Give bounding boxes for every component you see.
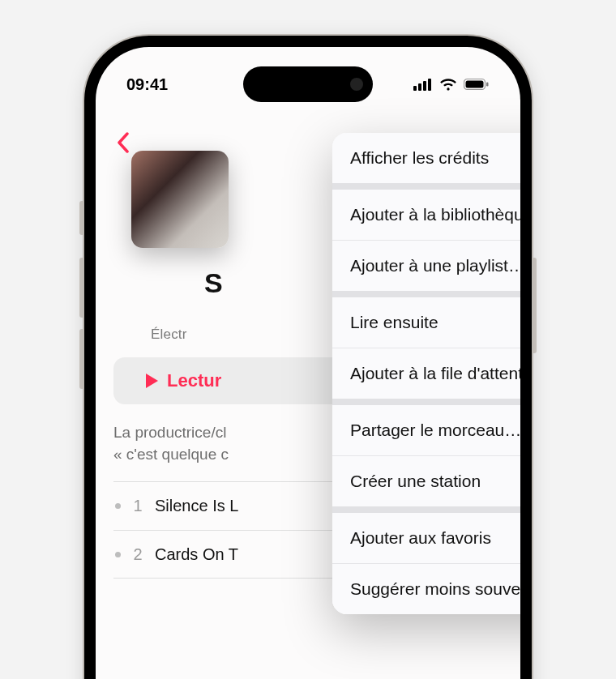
- svg-rect-2: [423, 81, 426, 91]
- status-dot-icon: [115, 552, 121, 557]
- svg-rect-1: [418, 83, 421, 91]
- menu-view-credits[interactable]: Afficher les crédits: [332, 133, 520, 183]
- svg-rect-3: [428, 79, 431, 91]
- menu-add-playlist[interactable]: Ajouter à une playlist…: [332, 240, 520, 291]
- menu-label: Ajouter à la bibliothèque: [350, 205, 520, 224]
- menu-add-favorite[interactable]: Ajouter aux favoris: [332, 513, 520, 563]
- track-title: Cards On T: [155, 545, 238, 564]
- play-label: Lectur: [167, 370, 221, 391]
- svg-rect-6: [486, 83, 489, 87]
- track-title: Silence Is L: [155, 497, 238, 515]
- menu-separator: [332, 399, 520, 405]
- track-number: 2: [132, 545, 143, 564]
- context-menu: Afficher les crédits Ajouter à la biblio…: [332, 133, 520, 614]
- wifi-icon: [439, 78, 457, 91]
- menu-suggest-less[interactable]: Suggérer moins souvent: [332, 563, 520, 614]
- status-time: 09:41: [126, 75, 168, 94]
- menu-label: Ajouter aux favoris: [350, 528, 491, 548]
- back-button[interactable]: [107, 126, 139, 159]
- menu-add-queue[interactable]: Ajouter à la file d'attente: [332, 348, 520, 399]
- play-icon: [144, 373, 159, 389]
- battery-icon: [464, 78, 490, 91]
- menu-separator: [332, 291, 520, 297]
- status-bar: 09:41: [96, 68, 520, 100]
- menu-create-station[interactable]: Créer une station: [332, 455, 520, 506]
- screen: 09:41 S Électr Lectu: [96, 47, 520, 679]
- menu-separator: [332, 183, 520, 190]
- menu-label: Créer une station: [350, 472, 481, 491]
- menu-add-library[interactable]: Ajouter à la bibliothèque: [332, 190, 520, 240]
- album-artwork[interactable]: [131, 151, 229, 248]
- svg-rect-0: [413, 86, 417, 91]
- menu-separator: [332, 506, 520, 513]
- menu-label: Partager le morceau…: [350, 421, 520, 440]
- cellular-icon: [413, 78, 433, 91]
- menu-label: Ajouter à la file d'attente: [350, 364, 520, 383]
- menu-play-next[interactable]: Lire ensuite: [332, 297, 520, 348]
- menu-share-song[interactable]: Partager le morceau…: [332, 405, 520, 455]
- phone-frame: 09:41 S Électr Lectu: [84, 36, 532, 679]
- chevron-left-icon: [117, 132, 130, 153]
- menu-label: Suggérer moins souvent: [350, 579, 520, 599]
- menu-label: Afficher les crédits: [350, 148, 489, 168]
- status-dot-icon: [115, 503, 121, 509]
- menu-label: Lire ensuite: [350, 313, 438, 332]
- track-number: 1: [132, 497, 143, 515]
- power-button: [532, 258, 537, 353]
- svg-rect-5: [466, 81, 484, 88]
- menu-label: Ajouter à une playlist…: [350, 256, 520, 275]
